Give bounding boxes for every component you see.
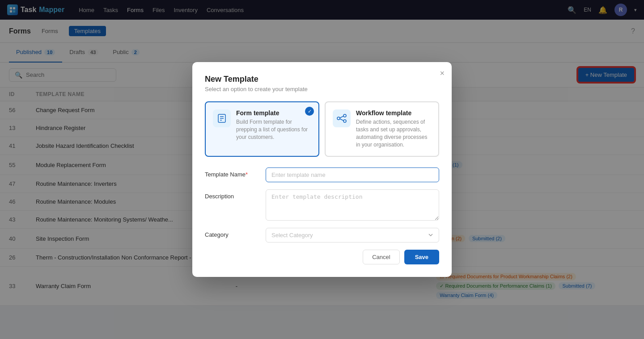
svg-point-8 bbox=[337, 117, 340, 120]
template-name-input[interactable] bbox=[266, 167, 439, 182]
svg-point-9 bbox=[343, 114, 346, 117]
template-type-options: Form template Build Form template for pr… bbox=[205, 101, 439, 156]
workflow-template-desc: Define actions, sequences of tasks and s… bbox=[356, 118, 431, 148]
modal-footer: Cancel Save bbox=[205, 250, 439, 264]
template-name-field: Template Name* bbox=[205, 167, 439, 182]
template-desc-input[interactable] bbox=[266, 189, 439, 221]
modal-title: New Template bbox=[205, 75, 439, 84]
form-template-desc: Build Form template for prepping a list … bbox=[236, 118, 311, 141]
cancel-button[interactable]: Cancel bbox=[363, 250, 399, 264]
workflow-template-title: Workflow template bbox=[356, 109, 431, 117]
workflow-template-option[interactable]: Workflow template Define actions, sequen… bbox=[325, 101, 439, 156]
template-name-label: Template Name* bbox=[205, 167, 258, 178]
template-category-label: Category bbox=[205, 228, 258, 238]
form-template-icon bbox=[213, 109, 231, 127]
form-template-title: Form template bbox=[236, 109, 311, 117]
workflow-template-content: Workflow template Define actions, sequen… bbox=[356, 109, 431, 148]
template-desc-label: Description bbox=[205, 189, 258, 200]
modal-close-button[interactable]: × bbox=[440, 69, 445, 77]
modal-subtitle: Select an option to create your template bbox=[205, 86, 439, 92]
form-template-option[interactable]: Form template Build Form template for pr… bbox=[205, 101, 319, 156]
template-category-select[interactable]: Select Category bbox=[266, 228, 439, 243]
svg-line-12 bbox=[340, 119, 343, 121]
form-template-check: ✓ bbox=[305, 107, 314, 116]
modal-overlay[interactable]: New Template Select an option to create … bbox=[0, 0, 644, 306]
svg-line-11 bbox=[340, 116, 343, 118]
workflow-template-icon bbox=[333, 109, 351, 127]
svg-point-10 bbox=[343, 120, 346, 122]
template-category-field: Category Select Category bbox=[205, 228, 439, 243]
save-button[interactable]: Save bbox=[404, 250, 439, 264]
form-template-content: Form template Build Form template for pr… bbox=[236, 109, 311, 141]
template-desc-field: Description bbox=[205, 189, 439, 221]
new-template-modal: New Template Select an option to create … bbox=[192, 62, 452, 276]
